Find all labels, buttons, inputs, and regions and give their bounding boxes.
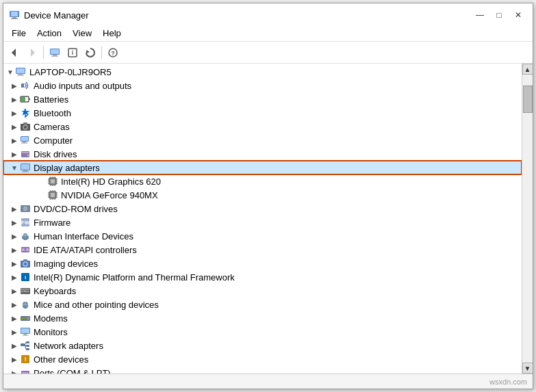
tree-item-ports[interactable]: ▶ Ports (COM & LPT)	[3, 366, 522, 374]
imaging-label: Imaging devices	[34, 259, 98, 269]
svg-point-94	[22, 318, 23, 319]
tree-item-monitors[interactable]: ▶ Monitors	[3, 325, 522, 339]
svg-rect-9	[51, 55, 58, 56]
chip-icon	[47, 176, 58, 187]
expand-networkadapters-arrow: ▶	[9, 340, 20, 351]
camera-icon	[20, 121, 31, 132]
modem-icon	[20, 313, 31, 324]
tree-item-ideata[interactable]: ▶ IDE ATA/ATAPI controllers	[3, 243, 522, 257]
svg-rect-35	[23, 170, 27, 172]
scroll-thumb[interactable]	[523, 86, 533, 113]
tree-item-displayadapters[interactable]: ▼ Display adapters	[3, 161, 522, 174]
root-label: LAPTOP-0LJR9OR5	[29, 67, 112, 77]
tree-item-imaging[interactable]: ▶ Imaging devices	[3, 257, 522, 270]
svg-rect-18	[17, 75, 24, 76]
svg-text:i: i	[25, 274, 26, 280]
svg-rect-7	[51, 49, 59, 54]
ports-icon	[20, 367, 31, 374]
tree-item-mice[interactable]: ▶ Mice and other pointing devices	[3, 298, 522, 311]
svg-rect-103	[26, 345, 29, 347]
tree-item-computer[interactable]: ▶ Computer	[3, 133, 522, 147]
tree-item-keyboards[interactable]: ▶ Keyboards	[3, 284, 522, 298]
back-button[interactable]	[6, 44, 23, 61]
ide-icon	[20, 244, 31, 255]
svg-text:i: i	[72, 49, 74, 56]
svg-rect-75	[22, 248, 25, 251]
svg-rect-96	[27, 317, 29, 320]
svg-rect-19	[21, 83, 24, 88]
tree-item-firmware[interactable]: ▶ FW Firmware	[3, 215, 522, 229]
svg-rect-36	[22, 172, 29, 172]
svg-rect-28	[23, 142, 26, 143]
tree-item-audio[interactable]: ▶ Audio inputs and outputs	[3, 79, 522, 92]
menu-bar: File Action View Help	[3, 25, 533, 42]
maximize-button[interactable]: □	[490, 8, 508, 23]
tree-panel[interactable]: ▼ LAPTOP-0LJR9OR5 ▶	[3, 64, 522, 374]
tree-item-bluetooth[interactable]: ▶ Bluetooth	[3, 106, 522, 120]
svg-rect-104	[26, 348, 29, 350]
expand-keyboards-arrow: ▶	[9, 285, 20, 296]
expand-bluetooth-arrow: ▶	[9, 107, 20, 118]
tree-item-intelhd[interactable]: ▶	[3, 174, 522, 188]
audio-icon	[20, 80, 31, 91]
inteldynamic-label: Intel(R) Dynamic Platform and Thermal Fr…	[34, 272, 235, 283]
svg-rect-83	[21, 289, 23, 290]
expand-displayadapters-arrow: ▼	[9, 162, 20, 173]
tree-item-networkadapters[interactable]: ▶ Network adapters	[3, 339, 522, 352]
content-area: ▼ LAPTOP-0LJR9OR5 ▶	[3, 64, 533, 374]
status-text: wsxdn.com	[489, 378, 527, 386]
tree-item-hid[interactable]: ▶ Human Interface Devices	[3, 229, 522, 243]
tree-item-diskdrives[interactable]: ▶ Disk drives	[3, 147, 522, 161]
svg-marker-5	[31, 49, 35, 57]
menu-action[interactable]: Action	[31, 27, 67, 40]
display-icon	[20, 162, 31, 173]
keyboard-icon	[20, 285, 31, 296]
svg-rect-100	[23, 335, 28, 336]
help-button[interactable]: ?	[105, 44, 121, 61]
tree-item-modems[interactable]: ▶ Modems	[3, 311, 522, 325]
monitors-label: Monitors	[34, 327, 68, 337]
otherdevices-label: Other devices	[34, 354, 88, 365]
svg-point-67	[25, 208, 26, 209]
tree-root[interactable]: ▼ LAPTOP-0LJR9OR5	[3, 65, 522, 79]
tree-item-otherdevices[interactable]: ▶ ! Other devices	[3, 352, 522, 366]
svg-rect-34	[21, 164, 29, 170]
title-bar: Device Manager — □ ✕	[3, 3, 533, 25]
bluetooth-label: Bluetooth	[34, 108, 71, 118]
svg-rect-79	[23, 259, 27, 261]
expand-firmware-arrow: ▶	[9, 217, 20, 228]
scan-button[interactable]	[82, 44, 99, 61]
menu-help[interactable]: Help	[97, 27, 127, 40]
dvdrom-label: DVD/CD-ROM drives	[34, 204, 118, 214]
tree-item-nvidia[interactable]: ▶	[3, 188, 522, 202]
forward-button[interactable]	[24, 44, 40, 61]
close-button[interactable]: ✕	[509, 8, 527, 23]
intelhd-label: Intel(R) HD Graphics 620	[61, 177, 161, 187]
status-bar: wsxdn.com	[3, 374, 533, 389]
svg-rect-86	[27, 289, 29, 290]
expand-hid-arrow: ▶	[9, 231, 20, 241]
expand-root-arrow: ▼	[5, 66, 16, 77]
tree-item-batteries[interactable]: ▶ Batteries	[3, 92, 522, 106]
mouse-icon	[20, 299, 31, 310]
nvidia-icon	[47, 190, 58, 200]
toolbar-separator-2	[101, 47, 102, 59]
svg-rect-1	[11, 12, 18, 16]
scroll-up-arrow[interactable]: ▲	[522, 64, 533, 75]
svg-rect-101	[21, 343, 25, 346]
menu-file[interactable]: File	[6, 27, 31, 40]
expand-cameras-arrow: ▶	[9, 121, 20, 132]
vertical-scrollbar[interactable]: ▲ ▼	[522, 64, 533, 374]
minimize-button[interactable]: —	[471, 8, 489, 23]
computer-button[interactable]	[47, 44, 63, 61]
tree-item-cameras[interactable]: ▶ Cameras	[3, 120, 522, 133]
menu-view[interactable]: View	[67, 27, 97, 40]
scroll-down-arrow[interactable]: ▼	[522, 363, 533, 374]
tree-item-inteldynamic[interactable]: ▶ i Intel(R) Dynamic Platform and Therma…	[3, 270, 522, 284]
properties-button[interactable]: i	[64, 44, 81, 61]
svg-point-95	[24, 318, 25, 319]
tree-item-dvdrom[interactable]: ▶ DVD/CD-ROM drives	[3, 202, 522, 215]
title-bar-controls: — □ ✕	[471, 8, 527, 23]
expand-computer-arrow: ▶	[9, 135, 20, 146]
svg-rect-99	[24, 334, 27, 335]
